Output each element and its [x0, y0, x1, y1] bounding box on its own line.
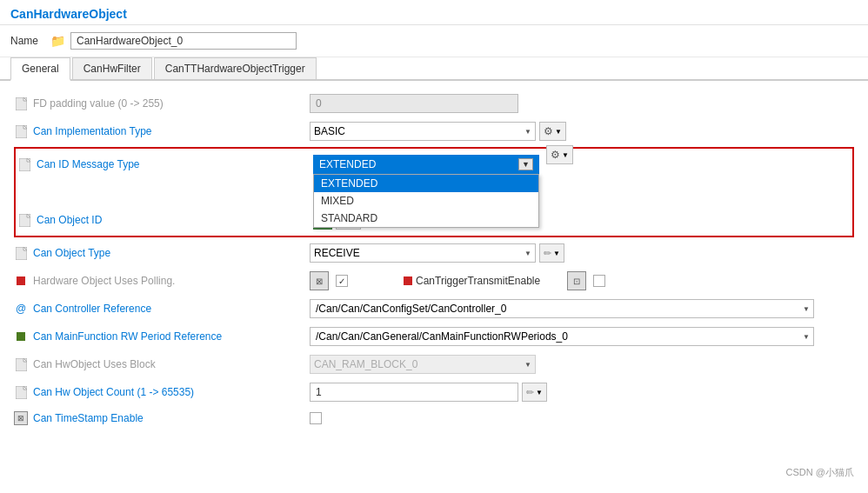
can-hw-obj-count-row: Can Hw Object Count (1 -> 65535) ✏ ▼ [14, 378, 854, 406]
can-id-msg-type-selected[interactable]: EXTENDED ▼ [313, 155, 539, 174]
fd-padding-control [310, 94, 854, 113]
can-trigger-checkbox[interactable] [593, 275, 605, 287]
can-hw-uses-block-label: Can HwObject Uses Block [14, 357, 310, 371]
can-impl-type-action-btn[interactable]: ⚙ ▼ [539, 122, 566, 141]
can-id-msg-type-icon [17, 157, 31, 171]
name-input[interactable] [70, 32, 297, 50]
tabs-bar: General CanHwFilter CanTTHardwareObjectT… [0, 57, 868, 81]
table-icon: ⊠ [316, 276, 323, 286]
can-id-msg-type-dropdown[interactable]: EXTENDED ▼ EXTENDED MIXED STANDARD [313, 155, 539, 174]
can-hw-block-select[interactable]: CAN_RAM_BLOCK_0 [310, 355, 536, 374]
hw-polling-checkbox[interactable] [336, 275, 348, 287]
can-hw-uses-block-row: Can HwObject Uses Block CAN_RAM_BLOCK_0 [14, 350, 854, 378]
green-square-icon [14, 330, 28, 343]
content-area: FD padding value (0 -> 255) Can Implemen… [0, 81, 868, 439]
can-id-msg-type-action-btn[interactable]: ⚙ ▼ [546, 145, 573, 164]
pencil-icon-2: ✏ [544, 248, 551, 259]
page-header: CanHardwareObject [0, 0, 868, 25]
dropdown-item-mixed[interactable]: MIXED [314, 192, 538, 210]
can-timestamp-icon: ⊠ [14, 411, 28, 425]
can-hw-block-icon [14, 357, 28, 371]
can-hw-obj-count-action-btn[interactable]: ✏ ▼ [522, 383, 547, 402]
dropdown-item-extended[interactable]: EXTENDED [314, 175, 538, 192]
fd-padding-icon [14, 97, 28, 110]
pencil-icon-3: ✏ [526, 387, 534, 398]
can-mainfunction-ref-control: /Can/Can/CanGeneral/CanMainFunctionRWPer… [310, 327, 854, 346]
can-impl-type-label[interactable]: Can Implementation Type [14, 124, 310, 138]
can-id-msg-type-label[interactable]: Can ID Message Type [17, 157, 313, 171]
red-square-icon-2 [404, 276, 412, 285]
can-trigger-btn[interactable]: ⊡ [567, 271, 586, 290]
can-impl-type-select[interactable]: BASIC FULL [310, 122, 536, 141]
dropdown-arrow-icon-4: ▼ [553, 250, 560, 257]
dropdown-item-standard[interactable]: STANDARD [314, 210, 538, 227]
table-icon-3: ⊠ [17, 414, 24, 423]
watermark: CSDN @小猫爪 [786, 466, 854, 479]
dropdown-arrow-icon: ▼ [518, 158, 533, 170]
gear-icon-2: ⚙ [551, 149, 560, 161]
can-timestamp-checkbox[interactable] [310, 412, 322, 424]
can-object-type-action-btn[interactable]: ✏ ▼ [539, 243, 564, 263]
name-row: Name 📁 [0, 25, 868, 57]
can-id-msg-type-row: Can ID Message Type EXTENDED ▼ EXTENDED … [16, 150, 852, 178]
tab-canhwfilter[interactable]: CanHwFilter [72, 57, 152, 79]
can-hw-block-select-wrapper: CAN_RAM_BLOCK_0 [310, 355, 536, 374]
can-hw-obj-count-input[interactable] [310, 383, 518, 402]
at-icon: @ [14, 302, 28, 316]
can-controller-ref-control: /Can/Can/CanConfigSet/CanController_0 [310, 299, 854, 318]
folder-icon: 📁 [50, 34, 65, 48]
can-object-type-label[interactable]: Can Object Type [14, 246, 310, 260]
can-mainfunction-ref-row: Can MainFunction RW Period Reference /Ca… [14, 323, 854, 350]
can-timestamp-btn[interactable]: ⊠ [14, 411, 28, 425]
tab-cantthardwareobjecttrigger[interactable]: CanTTHardwareObjectTrigger [154, 57, 317, 79]
can-mainfunction-ref-select[interactable]: /Can/Can/CanGeneral/CanMainFunctionRWPer… [310, 327, 814, 346]
can-impl-type-icon [14, 124, 28, 138]
highlighted-section: Can ID Message Type EXTENDED ▼ EXTENDED … [14, 147, 854, 237]
can-controller-ref-select[interactable]: /Can/Can/CanConfigSet/CanController_0 [310, 299, 814, 318]
dropdown-arrow-icon: ▼ [555, 128, 562, 136]
can-controller-ref-row: @ Can Controller Reference /Can/Can/CanC… [14, 295, 854, 323]
can-controller-ref-select-wrapper: /Can/Can/CanConfigSet/CanController_0 [310, 299, 814, 318]
can-object-type-control: RECEIVE TRANSMIT ✏ ▼ [310, 243, 854, 263]
fd-padding-input[interactable] [310, 94, 518, 113]
tab-general[interactable]: General [10, 57, 70, 81]
can-hw-obj-count-label[interactable]: Can Hw Object Count (1 -> 65535) [14, 385, 310, 399]
can-object-type-row: Can Object Type RECEIVE TRANSMIT ✏ ▼ [14, 239, 854, 267]
fd-padding-label: FD padding value (0 -> 255) [14, 97, 310, 110]
red-square-icon [17, 276, 25, 285]
name-label: Name [10, 35, 45, 47]
can-object-type-icon [14, 246, 28, 260]
can-mainfunction-ref-label[interactable]: Can MainFunction RW Period Reference [14, 330, 310, 343]
can-timestamp-row: ⊠ Can TimeStamp Enable [14, 406, 854, 430]
can-hw-count-icon [14, 385, 28, 399]
can-id-msg-type-value: EXTENDED [319, 158, 376, 170]
can-id-msg-type-dropdown-list: EXTENDED MIXED STANDARD [313, 174, 539, 228]
can-impl-type-select-wrapper: BASIC FULL [310, 122, 536, 141]
can-object-id-label[interactable]: Can Object ID [17, 213, 313, 227]
can-trigger-label: CanTriggerTransmitEnable [416, 275, 540, 287]
gear-icon: ⚙ [544, 125, 553, 137]
can-id-msg-type-control: EXTENDED ▼ EXTENDED MIXED STANDARD ⚙ ▼ [313, 155, 851, 174]
can-impl-type-row: Can Implementation Type BASIC FULL ⚙ ▼ [14, 117, 854, 145]
hw-uses-polling-control: ⊠ CanTriggerTransmitEnable ⊡ [310, 271, 854, 290]
hw-uses-polling-label: Hardware Object Uses Polling. [14, 274, 310, 288]
can-hw-uses-block-control: CAN_RAM_BLOCK_0 [310, 355, 854, 374]
can-trigger-label-group: CanTriggerTransmitEnable [404, 275, 560, 287]
table-icon-2: ⊡ [573, 276, 580, 286]
can-object-type-select[interactable]: RECEIVE TRANSMIT [310, 243, 536, 263]
hw-uses-polling-row: Hardware Object Uses Polling. ⊠ CanTrigg… [14, 267, 854, 295]
can-hw-obj-count-control: ✏ ▼ [310, 383, 854, 402]
dropdown-arrow-icon-5: ▼ [536, 389, 543, 396]
can-object-id-icon [17, 213, 31, 227]
can-object-type-select-wrapper: RECEIVE TRANSMIT [310, 243, 536, 263]
hw-polling-btn[interactable]: ⊠ [310, 271, 329, 290]
dropdown-arrow-icon-2: ▼ [562, 151, 569, 159]
fd-padding-row: FD padding value (0 -> 255) [14, 90, 854, 117]
can-controller-ref-label[interactable]: @ Can Controller Reference [14, 302, 310, 316]
can-timestamp-label[interactable]: ⊠ Can TimeStamp Enable [14, 411, 310, 425]
can-impl-type-control: BASIC FULL ⚙ ▼ [310, 122, 854, 141]
can-timestamp-control [310, 412, 854, 424]
page-title: CanHardwareObject [10, 7, 127, 21]
hw-polling-icon [14, 274, 28, 288]
can-mainfunction-ref-select-wrapper: /Can/Can/CanGeneral/CanMainFunctionRWPer… [310, 327, 814, 346]
